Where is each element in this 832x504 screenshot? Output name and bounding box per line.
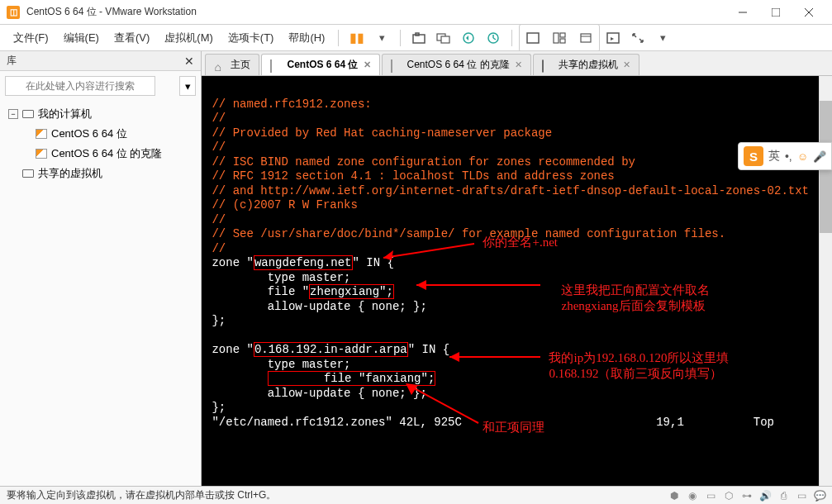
cd-icon[interactable]: ◉ bbox=[687, 490, 698, 502]
terminal[interactable]: // named.rfc1912.zones: // // Provided b… bbox=[202, 76, 819, 486]
terminal-line: }; bbox=[212, 314, 226, 327]
svg-line-26 bbox=[408, 385, 478, 423]
redbox-forward-file: zhengxiang"; bbox=[309, 284, 394, 299]
redbox-reverse-zone: 0.168.192.in-addr.arpa bbox=[254, 342, 408, 357]
arrow-icon bbox=[408, 277, 549, 293]
smile-icon[interactable]: ☺ bbox=[797, 150, 808, 163]
svg-rect-13 bbox=[554, 33, 559, 43]
monitor-icon bbox=[21, 108, 35, 120]
annotation-reverse: 我的ip为192.168.0.120所以这里填0.168.192（取前三项反向填… bbox=[549, 350, 763, 382]
svg-line-20 bbox=[383, 244, 474, 258]
printer-icon[interactable]: ⎙ bbox=[777, 490, 789, 502]
arrow-icon bbox=[375, 237, 483, 262]
menubar: 文件(F) 编辑(E) 查看(V) 虚拟机(M) 选项卡(T) 帮助(H) ▮▮… bbox=[0, 25, 832, 51]
message-icon[interactable]: 💬 bbox=[814, 490, 825, 502]
tree-shared-vms[interactable]: 共享的虚拟机 bbox=[0, 164, 201, 183]
tree-vm-centos[interactable]: CentOS 6 64 位 bbox=[0, 124, 201, 144]
sidebar-close-button[interactable]: ✕ bbox=[184, 55, 194, 68]
annotation-same: 和正项同理 bbox=[483, 420, 544, 435]
vm-tree: − 我的计算机 CentOS 6 64 位 CentOS 6 64 位 的克隆 … bbox=[0, 101, 201, 187]
menu-help[interactable]: 帮助(H) bbox=[282, 27, 331, 49]
pause-button[interactable]: ▮▮ bbox=[345, 26, 368, 50]
tab-centos[interactable]: CentOS 6 64 位 ✕ bbox=[261, 54, 379, 75]
menu-edit[interactable]: 编辑(E) bbox=[57, 27, 106, 49]
tab-label: CentOS 6 64 位 的克隆 bbox=[407, 58, 510, 72]
fullscreen-button[interactable]: ▸ bbox=[601, 26, 625, 50]
tab-close-button[interactable]: ✕ bbox=[515, 59, 522, 70]
power-dropdown[interactable]: ▾ bbox=[370, 26, 393, 50]
minimize-button[interactable] bbox=[726, 1, 759, 24]
snapshot-manager-button[interactable] bbox=[432, 26, 455, 50]
sogou-icon: S bbox=[744, 146, 763, 166]
ime-lang[interactable]: 英 bbox=[768, 149, 780, 164]
svg-text:▸: ▸ bbox=[611, 35, 614, 42]
svg-line-11 bbox=[493, 38, 496, 40]
statusbar: 要将输入定向到该虚拟机，请在虚拟机内部单击或按 Ctrl+G。 ⬢ ◉ ▭ ⬡ … bbox=[0, 486, 832, 504]
snapshot-button[interactable] bbox=[407, 26, 430, 50]
take-snapshot-button[interactable] bbox=[482, 26, 505, 50]
network-icon[interactable]: ⬡ bbox=[723, 490, 735, 502]
tab-label: CentOS 6 64 位 bbox=[287, 58, 358, 72]
search-dropdown[interactable]: ▾ bbox=[179, 76, 196, 96]
view-unity-button[interactable] bbox=[548, 26, 571, 50]
home-icon bbox=[214, 60, 226, 70]
statusbar-text: 要将输入定向到该虚拟机，请在虚拟机内部单击或按 Ctrl+G。 bbox=[7, 488, 276, 502]
tab-close-button[interactable]: ✕ bbox=[623, 59, 630, 70]
usb-icon[interactable]: ⊶ bbox=[741, 490, 753, 502]
arrow-icon bbox=[400, 382, 491, 431]
terminal-line: allow-update { none; }; bbox=[212, 387, 426, 400]
annotation-domain: 你的全名+.net bbox=[483, 235, 558, 250]
display-icon[interactable]: ▭ bbox=[796, 490, 807, 502]
tab-home[interactable]: 主页 bbox=[205, 54, 259, 75]
stretch-button[interactable] bbox=[626, 26, 649, 50]
terminal-line: // bbox=[212, 112, 226, 125]
svg-rect-16 bbox=[581, 34, 591, 42]
revert-button[interactable] bbox=[457, 26, 480, 50]
library-sidebar: 库 ✕ 🔍 ▾ − 我的计算机 CentOS 6 64 位 CentOS 6 6… bbox=[0, 51, 202, 486]
search-input[interactable] bbox=[5, 76, 155, 96]
sidebar-header: 库 ✕ bbox=[0, 51, 201, 71]
close-button[interactable] bbox=[792, 1, 825, 24]
menu-tabs[interactable]: 选项卡(T) bbox=[221, 27, 281, 49]
tab-label: 主页 bbox=[231, 58, 250, 72]
titlebar: ◫ CentOS 6 64 位 - VMware Workstation bbox=[0, 0, 832, 25]
vertical-scrollbar[interactable] bbox=[819, 76, 832, 486]
tree-vm-centos-clone[interactable]: CentOS 6 64 位 的克隆 bbox=[0, 144, 201, 164]
tree-label: 我的计算机 bbox=[38, 107, 92, 121]
tab-centos-clone[interactable]: CentOS 6 64 位 的克隆 ✕ bbox=[382, 54, 531, 75]
menu-file[interactable]: 文件(F) bbox=[7, 27, 55, 49]
menu-view[interactable]: 查看(V) bbox=[107, 27, 156, 49]
menu-vm[interactable]: 虚拟机(M) bbox=[158, 27, 220, 49]
terminal-line: zone "wangdefeng.net" IN { bbox=[212, 255, 393, 270]
sound-icon[interactable]: 🔊 bbox=[759, 490, 771, 502]
mic-icon[interactable]: 🎤 bbox=[813, 150, 826, 163]
tree-my-computer[interactable]: − 我的计算机 bbox=[0, 104, 201, 124]
monitor-icon bbox=[21, 168, 35, 179]
view-thumbnail-button[interactable] bbox=[574, 26, 597, 50]
terminal-line: type master; bbox=[212, 271, 350, 284]
tree-toggle-icon[interactable]: − bbox=[8, 109, 18, 119]
terminal-line: // bbox=[212, 213, 226, 226]
redbox-domain: wangdefeng.net bbox=[254, 255, 353, 270]
terminal-line: // (c)2007 R W Franks bbox=[212, 198, 357, 212]
vm-icon bbox=[35, 128, 48, 140]
terminal-line: // and http://www.ietf.org/internet-draf… bbox=[212, 184, 809, 197]
tab-shared[interactable]: 共享的虚拟机 ✕ bbox=[533, 54, 639, 75]
terminal-line: // named.rfc1912.zones: bbox=[212, 97, 371, 111]
stretch-dropdown[interactable]: ▾ bbox=[651, 26, 674, 50]
svg-rect-1 bbox=[772, 8, 780, 17]
terminal-line: type master; bbox=[212, 358, 350, 371]
terminal-line: allow-update { none; }; bbox=[212, 300, 426, 313]
disk-icon[interactable]: ⬢ bbox=[668, 490, 680, 502]
tab-close-button[interactable]: ✕ bbox=[364, 59, 371, 70]
ime-widget[interactable]: S 英 •, ☺ 🎤 bbox=[738, 142, 832, 170]
vmware-icon: ◫ bbox=[7, 6, 20, 19]
tabs-bar: 主页 CentOS 6 64 位 ✕ CentOS 6 64 位 的克隆 ✕ 共… bbox=[202, 51, 832, 76]
maximize-button[interactable] bbox=[759, 1, 792, 24]
svg-marker-21 bbox=[383, 250, 393, 260]
view-console-button[interactable] bbox=[521, 26, 544, 50]
terminal-line: // bbox=[212, 140, 226, 154]
ime-punct[interactable]: •, bbox=[785, 150, 792, 163]
floppy-icon[interactable]: ▭ bbox=[705, 490, 716, 502]
annotation-forward: 这里我把正向配置文件取名zhengxiang后面会复制模板 bbox=[561, 283, 751, 314]
